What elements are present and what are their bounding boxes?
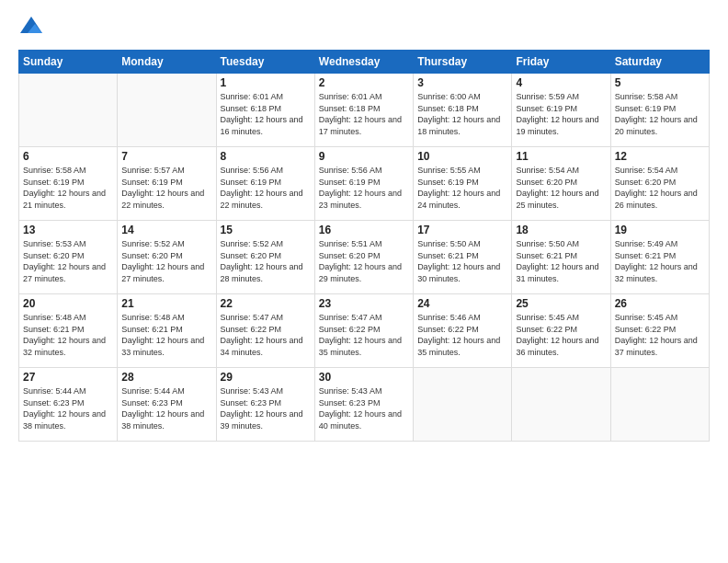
day-number: 14 <box>121 224 211 236</box>
calendar-cell: 14Sunrise: 5:52 AM Sunset: 6:20 PM Dayli… <box>118 221 216 294</box>
day-info: Sunrise: 5:47 AM Sunset: 6:22 PM Dayligh… <box>221 312 311 358</box>
calendar-cell <box>512 368 610 442</box>
day-number: 26 <box>615 297 705 310</box>
day-number: 4 <box>516 76 606 89</box>
day-info: Sunrise: 5:57 AM Sunset: 6:19 PM Dayligh… <box>121 165 211 211</box>
day-info: Sunrise: 5:56 AM Sunset: 6:19 PM Dayligh… <box>221 165 311 211</box>
calendar-cell: 23Sunrise: 5:47 AM Sunset: 6:22 PM Dayli… <box>314 294 413 368</box>
weekday-header-wednesday: Wednesday <box>314 51 413 74</box>
day-info: Sunrise: 5:46 AM Sunset: 6:22 PM Dayligh… <box>417 312 507 358</box>
day-number: 23 <box>319 297 409 310</box>
day-info: Sunrise: 5:43 AM Sunset: 6:23 PM Dayligh… <box>221 385 311 431</box>
calendar-cell: 4Sunrise: 5:59 AM Sunset: 6:19 PM Daylig… <box>512 74 610 147</box>
day-info: Sunrise: 5:44 AM Sunset: 6:23 PM Dayligh… <box>121 385 211 431</box>
day-info: Sunrise: 5:43 AM Sunset: 6:23 PM Dayligh… <box>319 385 409 431</box>
day-info: Sunrise: 5:55 AM Sunset: 6:19 PM Dayligh… <box>417 165 507 211</box>
day-number: 8 <box>221 150 311 163</box>
day-info: Sunrise: 5:58 AM Sunset: 6:19 PM Dayligh… <box>23 165 113 211</box>
day-number: 10 <box>417 150 507 163</box>
calendar-cell: 3Sunrise: 6:00 AM Sunset: 6:18 PM Daylig… <box>414 74 512 147</box>
calendar-cell <box>118 74 216 147</box>
calendar-cell: 25Sunrise: 5:45 AM Sunset: 6:22 PM Dayli… <box>512 294 610 368</box>
day-number: 27 <box>23 371 113 384</box>
day-info: Sunrise: 5:50 AM Sunset: 6:21 PM Dayligh… <box>417 238 507 284</box>
header <box>18 15 710 40</box>
day-info: Sunrise: 5:53 AM Sunset: 6:20 PM Dayligh… <box>23 238 113 284</box>
day-number: 17 <box>417 224 507 236</box>
calendar-cell: 11Sunrise: 5:54 AM Sunset: 6:20 PM Dayli… <box>512 147 610 221</box>
calendar-cell: 17Sunrise: 5:50 AM Sunset: 6:21 PM Dayli… <box>414 221 512 294</box>
calendar-cell: 10Sunrise: 5:55 AM Sunset: 6:19 PM Dayli… <box>414 147 512 221</box>
calendar-week-3: 13Sunrise: 5:53 AM Sunset: 6:20 PM Dayli… <box>19 221 710 294</box>
calendar-cell: 6Sunrise: 5:58 AM Sunset: 6:19 PM Daylig… <box>19 147 118 221</box>
day-info: Sunrise: 5:51 AM Sunset: 6:20 PM Dayligh… <box>319 238 409 284</box>
day-info: Sunrise: 6:01 AM Sunset: 6:18 PM Dayligh… <box>319 91 409 137</box>
calendar-cell: 7Sunrise: 5:57 AM Sunset: 6:19 PM Daylig… <box>118 147 216 221</box>
calendar-cell <box>19 74 118 147</box>
day-info: Sunrise: 6:00 AM Sunset: 6:18 PM Dayligh… <box>417 91 507 137</box>
calendar-cell: 1Sunrise: 6:01 AM Sunset: 6:18 PM Daylig… <box>216 74 314 147</box>
day-number: 24 <box>417 297 507 310</box>
weekday-header-friday: Friday <box>512 51 610 74</box>
day-info: Sunrise: 5:44 AM Sunset: 6:23 PM Dayligh… <box>23 385 113 431</box>
calendar-week-2: 6Sunrise: 5:58 AM Sunset: 6:19 PM Daylig… <box>19 147 710 221</box>
day-number: 6 <box>23 150 113 163</box>
day-info: Sunrise: 5:50 AM Sunset: 6:21 PM Dayligh… <box>516 238 606 284</box>
calendar-cell: 20Sunrise: 5:48 AM Sunset: 6:21 PM Dayli… <box>19 294 118 368</box>
calendar-cell: 24Sunrise: 5:46 AM Sunset: 6:22 PM Dayli… <box>414 294 512 368</box>
day-number: 29 <box>221 371 311 384</box>
day-info: Sunrise: 5:52 AM Sunset: 6:20 PM Dayligh… <box>121 238 211 284</box>
calendar-cell: 15Sunrise: 5:52 AM Sunset: 6:20 PM Dayli… <box>216 221 314 294</box>
weekday-header-row: SundayMondayTuesdayWednesdayThursdayFrid… <box>19 51 710 74</box>
day-number: 9 <box>319 150 409 163</box>
weekday-header-monday: Monday <box>118 51 216 74</box>
calendar-cell <box>414 368 512 442</box>
day-info: Sunrise: 5:48 AM Sunset: 6:21 PM Dayligh… <box>23 312 113 358</box>
day-number: 13 <box>23 224 113 236</box>
day-number: 20 <box>23 297 113 310</box>
day-number: 18 <box>516 224 606 236</box>
weekday-header-tuesday: Tuesday <box>216 51 314 74</box>
logo-icon <box>18 15 44 40</box>
calendar-cell: 29Sunrise: 5:43 AM Sunset: 6:23 PM Dayli… <box>216 368 314 442</box>
weekday-header-saturday: Saturday <box>610 51 709 74</box>
calendar-cell: 18Sunrise: 5:50 AM Sunset: 6:21 PM Dayli… <box>512 221 610 294</box>
day-info: Sunrise: 5:58 AM Sunset: 6:19 PM Dayligh… <box>615 91 705 137</box>
day-number: 2 <box>319 76 409 89</box>
calendar-cell: 26Sunrise: 5:45 AM Sunset: 6:22 PM Dayli… <box>610 294 709 368</box>
day-info: Sunrise: 5:48 AM Sunset: 6:21 PM Dayligh… <box>121 312 211 358</box>
calendar-week-1: 1Sunrise: 6:01 AM Sunset: 6:18 PM Daylig… <box>19 74 710 147</box>
day-info: Sunrise: 5:54 AM Sunset: 6:20 PM Dayligh… <box>615 165 705 211</box>
day-info: Sunrise: 5:47 AM Sunset: 6:22 PM Dayligh… <box>319 312 409 358</box>
day-info: Sunrise: 6:01 AM Sunset: 6:18 PM Dayligh… <box>221 91 311 137</box>
day-number: 15 <box>221 224 311 236</box>
day-info: Sunrise: 5:56 AM Sunset: 6:19 PM Dayligh… <box>319 165 409 211</box>
calendar-week-4: 20Sunrise: 5:48 AM Sunset: 6:21 PM Dayli… <box>19 294 710 368</box>
calendar-cell <box>610 368 709 442</box>
day-number: 25 <box>516 297 606 310</box>
day-number: 30 <box>319 371 409 384</box>
day-number: 11 <box>516 150 606 163</box>
calendar-cell: 5Sunrise: 5:58 AM Sunset: 6:19 PM Daylig… <box>610 74 709 147</box>
calendar-cell: 28Sunrise: 5:44 AM Sunset: 6:23 PM Dayli… <box>118 368 216 442</box>
day-number: 21 <box>121 297 211 310</box>
calendar-cell: 30Sunrise: 5:43 AM Sunset: 6:23 PM Dayli… <box>314 368 413 442</box>
calendar-week-5: 27Sunrise: 5:44 AM Sunset: 6:23 PM Dayli… <box>19 368 710 442</box>
day-info: Sunrise: 5:45 AM Sunset: 6:22 PM Dayligh… <box>516 312 606 358</box>
calendar-cell: 12Sunrise: 5:54 AM Sunset: 6:20 PM Dayli… <box>610 147 709 221</box>
day-info: Sunrise: 5:49 AM Sunset: 6:21 PM Dayligh… <box>615 238 705 284</box>
calendar-cell: 22Sunrise: 5:47 AM Sunset: 6:22 PM Dayli… <box>216 294 314 368</box>
calendar-cell: 8Sunrise: 5:56 AM Sunset: 6:19 PM Daylig… <box>216 147 314 221</box>
calendar-cell: 13Sunrise: 5:53 AM Sunset: 6:20 PM Dayli… <box>19 221 118 294</box>
day-number: 12 <box>615 150 705 163</box>
day-number: 28 <box>121 371 211 384</box>
day-number: 19 <box>615 224 705 236</box>
calendar-cell: 2Sunrise: 6:01 AM Sunset: 6:18 PM Daylig… <box>314 74 413 147</box>
day-info: Sunrise: 5:54 AM Sunset: 6:20 PM Dayligh… <box>516 165 606 211</box>
weekday-header-sunday: Sunday <box>19 51 118 74</box>
calendar-cell: 27Sunrise: 5:44 AM Sunset: 6:23 PM Dayli… <box>19 368 118 442</box>
weekday-header-thursday: Thursday <box>414 51 512 74</box>
day-number: 16 <box>319 224 409 236</box>
day-number: 22 <box>221 297 311 310</box>
calendar-cell: 9Sunrise: 5:56 AM Sunset: 6:19 PM Daylig… <box>314 147 413 221</box>
